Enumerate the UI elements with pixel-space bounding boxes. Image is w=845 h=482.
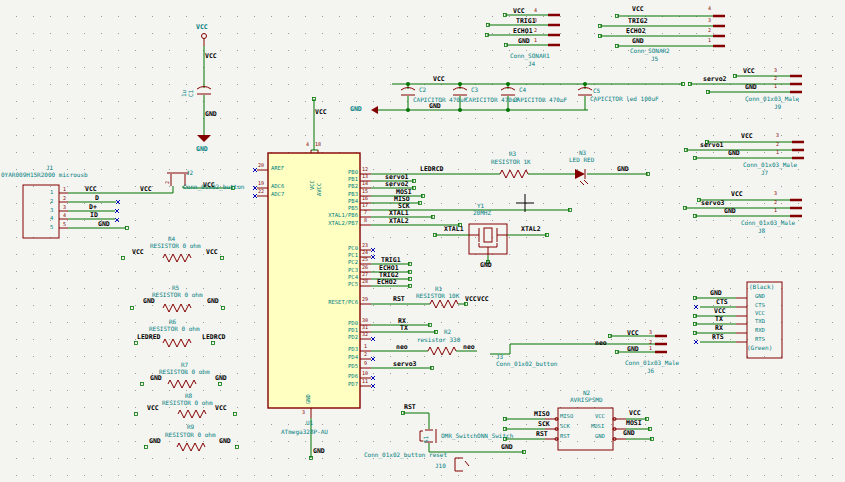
net-servo3-mcu[interactable]: servo3 <box>393 361 416 368</box>
mcu-num-24[interactable]: 24 <box>362 250 368 255</box>
vcc-power-top[interactable]: VCC <box>196 24 208 31</box>
mcu-num-31[interactable]: 31 <box>362 325 368 330</box>
mcu-num-10[interactable]: 10 <box>362 371 368 376</box>
j4-pin2-num[interactable]: 2 <box>534 28 537 33</box>
j9-pin3-num[interactable]: 3 <box>774 68 777 73</box>
mcu-pin-pb7[interactable]: XTAL2/PB7 <box>324 221 358 227</box>
j7-net-vcc[interactable]: VCC <box>741 133 753 140</box>
bt-pin-vcc[interactable]: VCC <box>755 311 765 317</box>
isp-pin-miso[interactable]: MISO <box>560 414 573 420</box>
net-servo2[interactable]: servo2 <box>385 181 408 188</box>
net-rst-mcu[interactable]: RST <box>393 296 405 303</box>
mcu-pin-avcc[interactable]: AVCC <box>317 183 323 196</box>
isp-pin-vcc[interactable]: VCC <box>595 414 605 420</box>
j5-net-gnd[interactable]: GND <box>632 38 644 45</box>
j1-net-d[interactable]: D <box>95 195 99 202</box>
j9-pin1-num[interactable]: 1 <box>774 84 777 89</box>
j1-pin4-num[interactable]: 4 <box>63 213 66 218</box>
mcu-num-14[interactable]: 14 <box>362 181 368 186</box>
mcu-pin-pb0[interactable]: PB0 <box>324 170 358 176</box>
net-xtal2[interactable]: XTAL2 <box>521 226 541 233</box>
isp-pin-gnd[interactable]: GND <box>595 434 605 440</box>
j6-ref[interactable]: J6 <box>647 368 654 374</box>
j10-ref[interactable]: J10 <box>435 463 446 469</box>
j9-net-vcc[interactable]: VCC <box>743 68 755 75</box>
mcu-num-1[interactable]: 1 <box>364 344 367 349</box>
isp-value[interactable]: AVRISPSMD <box>570 397 603 403</box>
j7-pin2-num[interactable]: 2 <box>776 142 779 147</box>
mcu-pin-pb6[interactable]: XTAL1/PB6 <box>324 213 358 219</box>
isp-pin-mosi[interactable]: MOSI <box>591 424 604 430</box>
j8-pin1-num[interactable]: 1 <box>774 208 777 213</box>
r5-net-right[interactable]: GND <box>207 298 219 305</box>
mcu-pin-pb3[interactable]: PB3 <box>324 192 358 198</box>
bt-tag-green[interactable]: (Green) <box>747 345 772 351</box>
y1-value[interactable]: 20MHZ <box>473 210 491 216</box>
r3-value[interactable]: RESISTOR 1K <box>491 159 531 165</box>
r9-net-right[interactable]: GND <box>219 438 231 445</box>
c1-ref[interactable]: C1 <box>188 90 194 97</box>
j1-pin5-num[interactable]: 5 <box>63 222 66 227</box>
r9-value[interactable]: RESISTOR 0 ohm <box>165 432 216 438</box>
mcu-pin-pc6[interactable]: RESET/PC6 <box>324 300 358 306</box>
j1-pin2-num[interactable]: 2 <box>63 196 66 201</box>
j4-pin3-num[interactable]: 3 <box>534 18 537 23</box>
j1-pin1-name[interactable]: 1 <box>50 190 53 196</box>
j7-net-gnd[interactable]: GND <box>728 150 740 157</box>
r6-net-right[interactable]: LEDRCD <box>202 334 225 341</box>
vcc-net-mid[interactable]: VCC <box>140 186 152 193</box>
r4-value[interactable]: RESISTOR 0 ohm <box>150 243 201 249</box>
j1-pin3-num[interactable]: 3 <box>63 205 66 210</box>
net-neo-right[interactable]: neo <box>463 344 475 351</box>
mcu-pin-pd2[interactable]: PD2 <box>324 335 358 341</box>
net-xtal1[interactable]: XTAL1 <box>444 226 464 233</box>
net-rst-switch[interactable]: RST <box>404 404 416 411</box>
isp-net-miso[interactable]: MISO <box>534 411 550 418</box>
c2-ref[interactable]: C2 <box>419 87 426 93</box>
mcu-num-9[interactable]: 9 <box>364 361 367 366</box>
j7-net-servo1[interactable]: servo1 <box>700 142 723 149</box>
j5-net-trig2[interactable]: TRIG2 <box>628 18 648 25</box>
bt-tag-black[interactable]: (Black) <box>749 284 774 290</box>
vcc-power-symbol[interactable] <box>202 34 207 39</box>
mcu-num-16[interactable]: 16 <box>362 196 368 201</box>
j4-pin4-num[interactable]: 4 <box>534 8 537 13</box>
j9-value[interactable]: Conn_01x03_Male <box>745 96 799 102</box>
j1-pin2-name[interactable]: 2 <box>50 199 53 205</box>
net-trig1[interactable]: TRIG1 <box>381 257 401 264</box>
j9-ref[interactable]: J9 <box>774 104 781 110</box>
usb-connector-body[interactable] <box>23 185 59 238</box>
male-pin-bars[interactable] <box>548 15 804 352</box>
j5-ref[interactable]: J5 <box>651 56 658 62</box>
mcu-pin-pd1[interactable]: PD1 <box>324 328 358 334</box>
isp-pin-sck[interactable]: SCK <box>560 424 570 430</box>
mcu-pin-adc7[interactable]: ADC7 <box>271 192 284 198</box>
r7-value[interactable]: RESISTOR 0 ohm <box>159 369 210 375</box>
c2-value[interactable]: CAPICITOR 470uF <box>413 97 467 103</box>
j8-ref[interactable]: J8 <box>758 228 765 234</box>
crystal-element[interactable] <box>484 228 492 242</box>
bt-net-cts[interactable]: CTS <box>716 299 728 306</box>
bt-net-vcc[interactable]: VCC <box>714 308 726 315</box>
j6-net-vcc[interactable]: VCC <box>627 330 639 337</box>
mcu-num-13[interactable]: 13 <box>362 174 368 179</box>
j1-net-gnd[interactable]: GND <box>98 221 110 228</box>
mcu-pin18-num[interactable]: 18 <box>315 142 321 147</box>
mcu-pin-pd4[interactable]: PD4 <box>324 355 358 361</box>
j5-pin4-num[interactable]: 4 <box>708 6 711 11</box>
bt-pin-rts[interactable]: RTS <box>755 337 765 343</box>
mcu-pin-pb1[interactable]: PB1 <box>324 177 358 183</box>
mcu-pin-pc4[interactable]: PC4 <box>324 275 358 281</box>
j1-net-id[interactable]: ID <box>90 212 98 219</box>
c3-ref[interactable]: C3 <box>471 87 478 93</box>
j1-net-dplus[interactable]: D+ <box>89 204 97 211</box>
j2-ref[interactable]: J2 <box>186 170 193 176</box>
r3-ref[interactable]: R3 <box>509 151 516 157</box>
wires[interactable] <box>68 15 792 458</box>
j8-value[interactable]: Conn_01x03_Male <box>741 220 795 226</box>
mcu-pin-pd0[interactable]: PD0 <box>324 321 358 327</box>
schematic-geometry[interactable] <box>0 0 845 482</box>
j8-net-servo3[interactable]: servo3 <box>701 200 724 207</box>
gnd-power-c1[interactable]: GND <box>196 146 208 153</box>
c3-value[interactable]: CAPICITOR 470uF <box>465 97 519 103</box>
